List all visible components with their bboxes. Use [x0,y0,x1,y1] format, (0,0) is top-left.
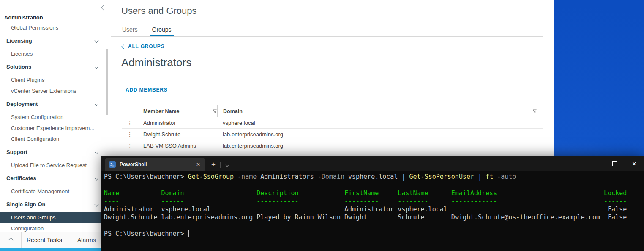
recent-tasks-tab[interactable]: Recent Tasks [27,232,62,248]
tab-dropdown-button[interactable] [222,159,232,170]
terminal-line: Name Domain Description FirstName LastNa… [104,189,644,197]
terminal-text [234,173,237,181]
terminal-line: Administrator vsphere.local Administrato… [104,205,644,213]
filter-icon[interactable] [213,109,217,113]
sidebar-item-administration[interactable]: Administration [0,13,111,22]
row-actions-button[interactable]: ⋮ [127,132,133,137]
sidebar-collapse-button[interactable] [102,4,106,11]
sidebar-item-customer-experience-improvem[interactable]: Customer Experience Improvem... [0,123,111,134]
domain-cell: lab.enterpriseadmins.org [217,131,543,138]
window-controls: ✕ [586,156,644,171]
sidebar-item-label: Certificate Management [11,188,69,194]
member-name-cell: Administrator [138,117,217,128]
sidebar-item-certificates[interactable]: Certificates [0,173,111,184]
sidebar-item-certificate-management[interactable]: Certificate Management [0,186,111,197]
powershell-icon [109,161,116,168]
sidebar-item-label: Support [6,149,27,155]
terminal-text: Administrators [257,173,318,181]
filter-icon[interactable] [532,109,537,113]
all-groups-back-link[interactable]: ALL GROUPS [122,43,164,49]
sidebar-item-single-sign-on[interactable]: Single Sign On [0,199,111,210]
terminal-body[interactable]: PS C:\Users\bwuchner> Get-SsoGroup -name… [101,171,644,238]
page-title: Users and Groups [121,5,197,16]
terminal-text: Get-SsoGroup [188,173,234,181]
members-table-body: ⋮Administratorvsphere.local⋮Dwight.Schru… [122,117,543,151]
tray-expand-button[interactable] [0,232,22,248]
domain-value: lab.enterpriseadmins.org [223,131,283,138]
domain-header-label: Domain [223,108,243,114]
chevron-down-icon [95,39,99,43]
chevron-down-icon [225,162,229,167]
chevron-down-icon [95,202,99,207]
table-row[interactable]: ⋮LAB VM SSO Adminslab.enterpriseadmins.o… [122,140,543,151]
sidebar-item-label: Licenses [11,51,33,57]
sidebar-item-label: vCenter Server Extensions [11,88,76,94]
close-button[interactable]: ✕ [625,156,644,171]
tab-close-icon[interactable]: ✕ [196,162,200,167]
sidebar-item-solutions[interactable]: Solutions [0,62,111,73]
minimize-button[interactable] [586,156,605,171]
terminal-text: ft [486,173,493,181]
sidebar-item-label: Users and Groups [11,214,56,221]
tab-users[interactable]: Users [120,24,140,36]
domain-column-header: Domain [217,105,543,117]
alarms-tab[interactable]: Alarms [77,232,96,248]
new-tab-button[interactable]: + [208,159,219,170]
sidebar-item-label: System Configuration [11,114,63,120]
sidebar-item-label: Upload File to Service Request [11,162,87,168]
sidebar-item-label: Client Configuration [11,136,59,142]
terminal-text: Dwight.Schrute lab.enterpriseadmins.org … [104,213,627,221]
terminal-tab-powershell[interactable]: PowerShell ✕ [105,158,205,171]
table-row[interactable]: ⋮Dwight.Schrutelab.enterpriseadmins.org [122,129,543,140]
chevron-down-icon [95,150,99,154]
sidebar-item-label: Global Permissions [11,24,58,31]
sidebar-header [0,0,111,12]
table-row[interactable]: ⋮Administratorvsphere.local [122,117,543,129]
terminal-titlebar[interactable]: PowerShell ✕ + ✕ [101,156,644,171]
sidebar-item-label: Single Sign On [6,201,45,208]
tab-groups[interactable]: Groups [150,24,174,36]
sidebar-scrollbar[interactable] [106,49,108,115]
maximize-button[interactable] [605,156,625,171]
sidebar-item-label: Deployment [6,101,38,107]
member-name-value: Administrator [143,120,176,126]
member-name-column-header: Member Name [138,105,217,117]
terminal-text: Name Domain Description FirstName LastNa… [104,189,627,197]
terminal-text: Get-SsoPersonUser [409,173,475,181]
sidebar-item-licenses[interactable]: Licenses [0,49,111,59]
terminal-text: -auto [497,173,516,181]
sidebar-item-support[interactable]: Support [0,147,111,158]
chevron-down-icon [95,65,99,69]
domain-value: lab.enterpriseadmins.org [223,143,283,149]
sidebar-item-upload-file-to-service-request[interactable]: Upload File to Service Request [0,160,111,171]
member-name-header-label: Member Name [143,108,179,114]
tab-bar-separator [220,162,221,168]
sidebar-item-client-plugins[interactable]: Client Plugins [0,75,111,86]
sidebar-item-licensing[interactable]: Licensing [0,35,111,46]
members-table: Member Name Domain ⋮Administratorvsphere… [122,105,543,151]
chevron-down-icon [95,176,99,181]
sidebar-item-system-configuration[interactable]: System Configuration [0,112,111,123]
row-actions-button[interactable]: ⋮ [127,143,133,148]
row-actions-cell: ⋮ [122,132,138,137]
terminal-line [104,222,644,230]
sidebar-item-label: Customer Experience Improvem... [11,125,94,131]
terminal-text: ---- ------ ----------- --------- ------… [104,197,627,205]
chevron-left-icon [122,44,126,49]
row-actions-button[interactable]: ⋮ [127,120,133,126]
terminal-line [104,181,644,189]
sidebar: AdministrationGlobal PermissionsLicensin… [0,0,111,232]
member-name-cell: LAB VM SSO Admins [138,140,217,151]
terminal-line: PS C:\Users\bwuchner> [104,230,644,238]
row-actions-cell: ⋮ [122,143,138,148]
sidebar-item-global-permissions[interactable]: Global Permissions [0,22,111,33]
sidebar-item-users-and-groups[interactable]: Users and Groups [0,212,111,223]
minimize-icon [593,164,598,164]
sidebar-item-vcenter-server-extensions[interactable]: vCenter Server Extensions [0,86,111,97]
row-actions-cell: ⋮ [122,120,138,126]
sidebar-item-client-configuration[interactable]: Client Configuration [0,134,111,145]
chevron-down-icon [95,102,99,106]
terminal-line: Dwight.Schrute lab.enterpriseadmins.org … [104,213,644,221]
sidebar-item-deployment[interactable]: Deployment [0,99,111,110]
add-members-button[interactable]: ADD MEMBERS [126,87,167,93]
